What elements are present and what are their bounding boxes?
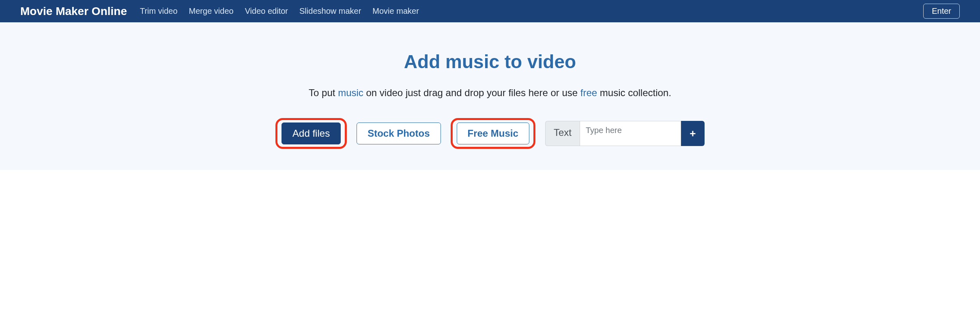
free-music-button[interactable]: Free Music	[457, 123, 529, 144]
nav-link-trim-video[interactable]: Trim video	[140, 6, 178, 16]
nav-link-movie-maker[interactable]: Movie maker	[372, 6, 419, 16]
add-text-button[interactable]: +	[681, 121, 705, 146]
free-link[interactable]: free	[580, 87, 597, 98]
subtitle-text: music collection.	[597, 87, 671, 98]
stock-photos-button[interactable]: Stock Photos	[357, 123, 441, 144]
subtitle-text: To put	[309, 87, 338, 98]
highlight-free-music: Free Music	[451, 118, 535, 149]
nav-link-slideshow-maker[interactable]: Slideshow maker	[299, 6, 361, 16]
highlight-add-files: Add files	[275, 118, 347, 149]
subtitle-text: on video just drag and drop your files h…	[363, 87, 580, 98]
text-label: Text	[545, 121, 580, 146]
page-title: Add music to video	[0, 51, 980, 73]
text-input-group: Text +	[545, 121, 705, 146]
nav-left: Movie Maker Online Trim video Merge vide…	[20, 5, 419, 18]
action-row: Add files Stock Photos Free Music Text +	[0, 118, 980, 149]
hero-section: Add music to video To put music on video…	[0, 22, 980, 170]
nav-link-video-editor[interactable]: Video editor	[245, 6, 288, 16]
music-link[interactable]: music	[338, 87, 363, 98]
add-files-button[interactable]: Add files	[282, 123, 341, 144]
page-subtitle: To put music on video just drag and drop…	[0, 87, 980, 99]
enter-button[interactable]: Enter	[923, 4, 960, 19]
brand-title[interactable]: Movie Maker Online	[20, 5, 127, 18]
nav-link-merge-video[interactable]: Merge video	[189, 6, 234, 16]
top-navbar: Movie Maker Online Trim video Merge vide…	[0, 0, 980, 22]
text-input[interactable]	[580, 121, 681, 146]
